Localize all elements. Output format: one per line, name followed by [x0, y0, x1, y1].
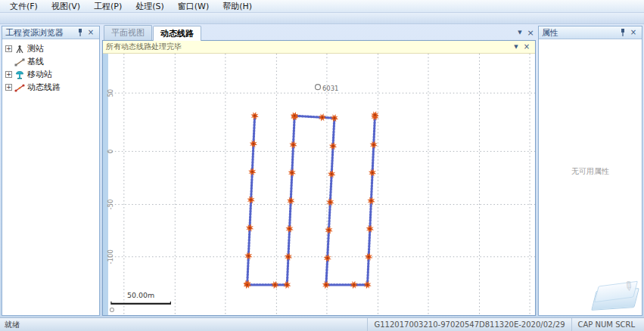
close-icon[interactable]: ×: [628, 28, 639, 38]
y-axis-label: 0: [107, 150, 114, 153]
menu-bar: 文件(F)视图(V)工程(P)处理(S)窗口(W)帮助(H): [0, 0, 644, 13]
toolbar-strip: [0, 13, 644, 24]
expander-plus-icon[interactable]: +: [5, 71, 12, 78]
pin-icon[interactable]: [75, 28, 86, 38]
properties-panel: 属性 × 无可用属性 ✎: [538, 26, 642, 316]
expander-plus-icon[interactable]: +: [5, 45, 12, 52]
route-icon: [14, 83, 25, 92]
status-ready-text: 就绪: [3, 320, 20, 330]
antenna-icon: [14, 70, 25, 79]
baseline-icon: [14, 57, 25, 67]
point-label: 6031: [322, 85, 338, 92]
tree-item-label: 动态线路: [27, 82, 61, 93]
properties-title: 属性: [542, 27, 618, 39]
menu-item-0[interactable]: 文件(F): [5, 0, 43, 13]
tree-item-3[interactable]: +动态线路: [4, 81, 98, 94]
view-tabstrip: 平面视图动态线路▼×: [102, 26, 536, 40]
project-explorer-title: 工程资源浏览器: [5, 27, 75, 39]
tab-close-icon[interactable]: ×: [525, 28, 536, 38]
tree-item-label: 测站: [27, 43, 44, 54]
tab-0[interactable]: 平面视图: [104, 25, 152, 40]
scale-bar-label: 50.00m: [127, 291, 154, 299]
tree-item-label: 基线: [27, 56, 44, 67]
y-axis-label: -100: [107, 249, 114, 264]
route-map-svg: 500-50-100603150.00m: [103, 54, 535, 315]
pin-icon[interactable]: [618, 28, 628, 38]
y-axis-label: -50: [107, 200, 114, 210]
map-canvas[interactable]: 500-50-100603150.00m: [103, 54, 535, 315]
menu-item-5[interactable]: 帮助(H): [217, 0, 257, 13]
properties-body: 无可用属性 ✎: [539, 39, 642, 315]
menu-item-3[interactable]: 处理(S): [130, 0, 170, 13]
tree-item-0[interactable]: +测站: [4, 42, 98, 55]
menu-item-2[interactable]: 工程(P): [89, 0, 127, 13]
tab-chevron-down-icon[interactable]: ▼: [515, 28, 525, 38]
resource-tree: +测站+基线+移动站+动态线路: [2, 39, 99, 315]
map-cursor-icon: [110, 308, 114, 311]
status-bar: 就绪 G112017003210-97020547D811320E-2020/0…: [0, 317, 644, 331]
tree-item-1[interactable]: +基线: [4, 55, 98, 68]
y-axis-label: 50: [107, 89, 114, 97]
tree-item-label: 移动站: [27, 69, 52, 80]
notice-bar: 所有动态线路处理完毕 ▼ ×: [103, 41, 535, 54]
menu-item-4[interactable]: 窗口(W): [173, 0, 214, 13]
status-lock-keys: CAP NUM SCRL: [571, 318, 642, 331]
watermark-logo: ✎: [593, 277, 639, 312]
dynamic-route-view: 所有动态线路处理完毕 ▼ × 500-50-100603150.00m: [102, 40, 536, 316]
document-area: 平面视图动态线路▼× 所有动态线路处理完毕 ▼ × 500-50-1006031…: [102, 26, 536, 316]
status-project-id: G112017003210-97020547D811320E-2020/02/2…: [367, 318, 571, 331]
tab-1[interactable]: 动态线路: [153, 26, 201, 41]
properties-titlebar: 属性 ×: [539, 26, 642, 39]
notice-text: 所有动态线路处理完毕: [106, 42, 511, 52]
notice-close-icon[interactable]: ×: [521, 42, 532, 52]
close-icon[interactable]: ×: [86, 28, 96, 38]
project-explorer-titlebar: 工程资源浏览器 ×: [2, 26, 99, 39]
main-area: 工程资源浏览器 × +测站+基线+移动站+动态线路 平面视图动态线路▼× 所有动…: [2, 26, 642, 316]
tripod-icon: [14, 45, 25, 54]
notice-chevron-down-icon[interactable]: ▼: [511, 42, 521, 52]
project-explorer-panel: 工程资源浏览器 × +测站+基线+移动站+动态线路: [2, 26, 100, 316]
gps-track: [247, 115, 375, 285]
menu-item-1[interactable]: 视图(V): [46, 0, 86, 13]
no-properties-text: 无可用属性: [539, 166, 642, 177]
tree-item-2[interactable]: +移动站: [4, 68, 98, 81]
point-marker-circle: [316, 85, 321, 90]
expander-plus-icon[interactable]: +: [5, 84, 12, 91]
